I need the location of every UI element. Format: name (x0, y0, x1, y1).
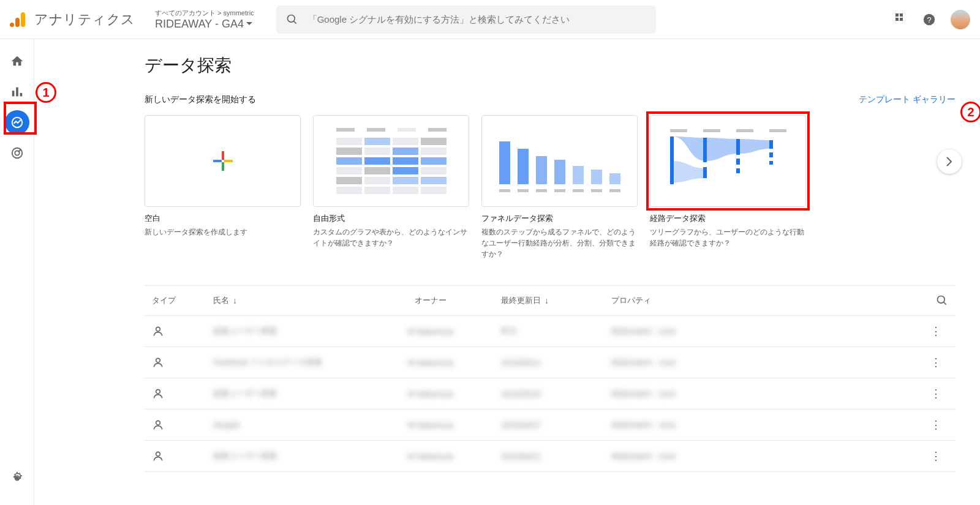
template-card-funnel[interactable]: ファネルデータ探索 複数のステップから成るファネルで、どのようなユーザー行動経路… (481, 115, 638, 260)
search-input[interactable] (308, 14, 646, 24)
app-header: アナリティクス すべてのアカウント > symmetric RIDEAWAY -… (0, 0, 980, 39)
user-avatar[interactable] (951, 10, 970, 29)
template-desc: 新しいデータ探索を作成します (145, 226, 301, 238)
svg-rect-20 (213, 160, 222, 162)
template-card-freeform[interactable]: 自由形式 カスタムのグラフや表から、どのようなインサイトが確認できますか？ (313, 115, 469, 260)
row-type-icon (152, 419, 213, 431)
logo-block: アナリティクス (10, 10, 145, 29)
templates-row: 空白 新しいデータ探索を作成します 自由形式 (145, 115, 956, 260)
explorations-table: タイプ 氏名 ↓ オーナー 最終更新日 ↓ プロパティ (145, 285, 956, 472)
row-name: ShopID (213, 421, 360, 430)
template-gallery-link[interactable]: テンプレート ギャラリー (859, 94, 956, 105)
row-name: Facebook ファネルデータ探索 (213, 357, 360, 368)
svg-rect-8 (900, 18, 903, 21)
property-name: RIDEAWAY - GA4 (155, 18, 254, 31)
account-path: すべてのアカウント > symmetric (155, 9, 254, 18)
plus-icon (212, 150, 234, 172)
row-name: 経路ユーザー探索 (213, 326, 360, 337)
template-desc: カスタムのグラフや表から、どのようなインサイトが確認できますか？ (313, 226, 469, 249)
annotation-badge-2: 2 (960, 102, 980, 122)
svg-rect-11 (12, 91, 14, 96)
svg-rect-21 (224, 160, 233, 162)
svg-rect-1 (15, 18, 20, 27)
row-owner: M Nakamura (360, 389, 501, 398)
template-desc: ツリーグラフから、ユーザーのどのような行動経路が確認できますか？ (650, 226, 806, 249)
nav-advertising[interactable] (5, 141, 29, 165)
template-title: 自由形式 (313, 213, 469, 224)
template-card-path[interactable]: 経路データ探索 ツリーグラフから、ユーザーのどのような行動経路が確認できますか？ (650, 115, 806, 260)
svg-rect-31 (736, 168, 740, 173)
svg-rect-24 (736, 129, 753, 132)
help-icon[interactable]: ? (922, 13, 936, 26)
row-name: 経路ユーザー探索 (213, 451, 360, 462)
svg-rect-26 (670, 137, 674, 184)
row-property: RIDEAWAY - GA4 (611, 452, 746, 461)
row-type-icon (152, 387, 213, 400)
svg-rect-25 (769, 129, 786, 132)
row-name: 経路ユーザー探索 (213, 388, 360, 399)
col-header-date-text: 最終更新日 (501, 295, 541, 306)
row-property: RIDEAWAY - GA4 (611, 358, 746, 367)
table-row[interactable]: Facebook ファネルデータ探索 M Nakamura 2023/05/11… (145, 347, 956, 378)
row-actions[interactable]: ⋮ (924, 324, 948, 338)
svg-point-35 (938, 296, 945, 304)
col-header-date[interactable]: 最終更新日 ↓ (501, 295, 611, 306)
table-row[interactable]: ShopID M Nakamura 2023/04/27 RIDEAWAY - … (145, 410, 956, 441)
template-title: 経路データ探索 (650, 213, 806, 224)
table-row[interactable]: 経路ユーザー探索 M Nakamura 2023/05/10 RIDEAWAY … (145, 378, 956, 410)
row-owner: M Nakamura (360, 421, 501, 430)
templates-next-button[interactable] (937, 149, 962, 174)
svg-rect-6 (900, 13, 903, 17)
analytics-logo-icon (10, 11, 27, 28)
template-card-blank[interactable]: 空白 新しいデータ探索を作成します (145, 115, 301, 260)
template-thumb-funnel (481, 115, 638, 207)
annotation-badge-1: 1 (36, 82, 56, 103)
svg-rect-19 (222, 162, 224, 171)
row-type-icon (152, 450, 213, 462)
svg-rect-30 (736, 159, 740, 165)
chevron-down-icon (246, 22, 252, 26)
col-header-type: タイプ (152, 295, 213, 306)
row-actions[interactable]: ⋮ (924, 387, 948, 400)
svg-rect-7 (895, 18, 899, 21)
sort-arrow-down-icon: ↓ (233, 296, 237, 305)
col-header-property: プロパティ (611, 295, 746, 306)
row-owner: M Nakamura (360, 452, 501, 461)
apps-icon[interactable] (895, 13, 908, 26)
side-nav: 1 (0, 39, 34, 505)
nav-admin[interactable] (5, 466, 29, 490)
svg-point-37 (156, 327, 160, 331)
sort-arrow-down-icon: ↓ (545, 296, 549, 305)
template-thumb-blank (145, 115, 301, 207)
row-date: 2023/05/10 (501, 389, 611, 398)
nav-reports[interactable] (5, 80, 29, 104)
svg-rect-34 (769, 161, 773, 165)
table-row[interactable]: 経路ユーザー探索 M Nakamura 昨日 RIDEAWAY - GA4 ⋮ (145, 316, 956, 347)
row-actions[interactable]: ⋮ (924, 418, 948, 432)
row-date: 2023/05/11 (501, 358, 611, 367)
svg-line-4 (293, 21, 296, 23)
kebab-icon: ⋮ (930, 419, 941, 431)
template-title: ファネルデータ探索 (481, 213, 638, 224)
templates-header: 新しいデータ探索を開始する テンプレート ギャラリー (145, 94, 956, 105)
search-icon (286, 13, 298, 26)
template-desc: 複数のステップから成るファネルで、どのようなユーザー行動経路が分析、分割、分類で… (481, 226, 638, 260)
col-header-name[interactable]: 氏名 ↓ (213, 295, 360, 306)
svg-rect-13 (20, 93, 22, 97)
nav-explore[interactable] (5, 110, 29, 135)
nav-home[interactable] (5, 49, 29, 73)
table-row[interactable]: 経路ユーザー探索 M Nakamura 2023/04/21 RIDEAWAY … (145, 441, 956, 472)
svg-rect-29 (736, 139, 740, 155)
template-thumb-path (650, 115, 806, 207)
row-date: 昨日 (501, 326, 611, 337)
row-actions[interactable]: ⋮ (924, 449, 948, 463)
svg-point-39 (156, 389, 160, 394)
row-actions[interactable]: ⋮ (924, 356, 948, 369)
table-search[interactable] (936, 294, 948, 307)
row-owner: M Nakamura (360, 358, 501, 367)
row-property: RIDEAWAY - GA4 (611, 327, 746, 336)
account-selector[interactable]: すべてのアカウント > symmetric RIDEAWAY - GA4 (145, 9, 264, 31)
search-bar[interactable] (276, 6, 656, 34)
header-actions: ? (895, 10, 970, 29)
svg-point-2 (10, 23, 14, 27)
